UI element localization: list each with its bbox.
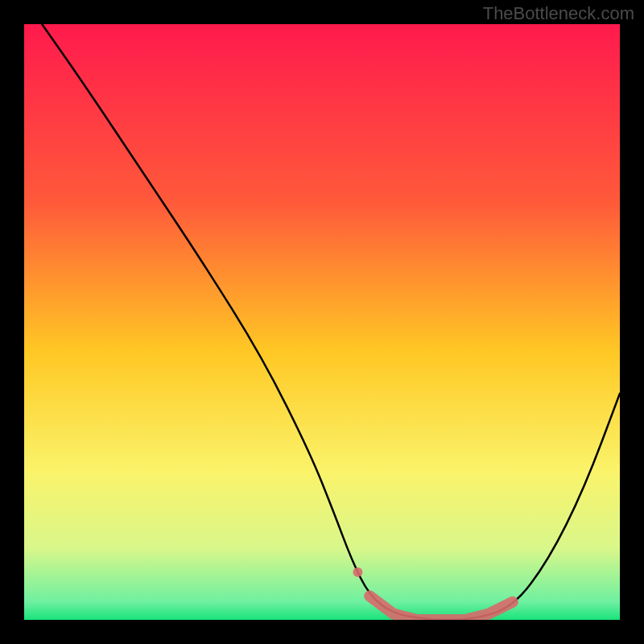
chart-container: TheBottleneck.com xyxy=(0,0,644,644)
highlight-dot-icon xyxy=(353,568,362,577)
watermark-text: TheBottleneck.com xyxy=(483,3,634,24)
plot-area xyxy=(24,24,620,620)
curve-overlay xyxy=(24,24,620,620)
optimal-range-highlight xyxy=(369,596,513,620)
bottleneck-curve xyxy=(42,24,620,620)
